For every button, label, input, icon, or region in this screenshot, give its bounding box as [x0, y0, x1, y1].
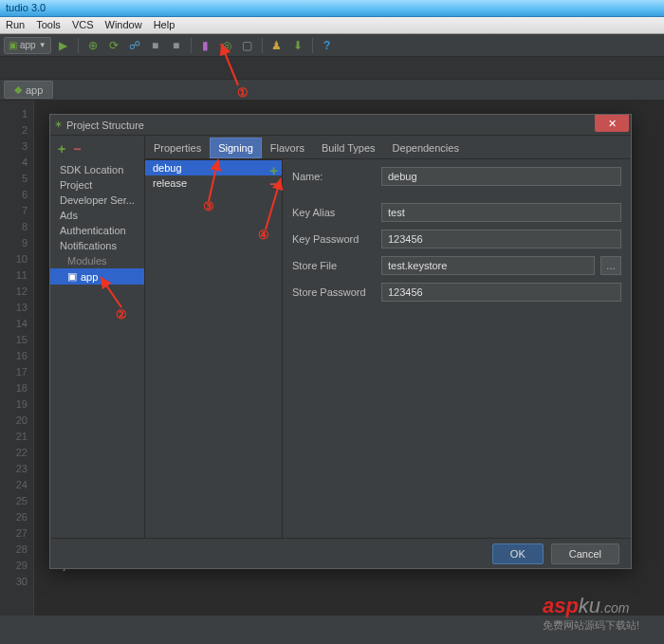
sidebar-module-app[interactable]: ▣ app: [50, 268, 144, 285]
sidebar-item-project[interactable]: Project: [50, 177, 144, 193]
key-password-label: Key Password: [292, 233, 376, 245]
store-file-browse-button[interactable]: …: [600, 256, 621, 275]
sidebar-add-remove: + −: [50, 141, 144, 162]
line-number: 23: [6, 461, 28, 477]
breadcrumb-bar: [0, 57, 664, 80]
file-tab-app[interactable]: ◆ app: [4, 81, 53, 99]
module-folder-icon: ▣: [67, 270, 77, 283]
menu-help[interactable]: Help: [154, 19, 175, 31]
toolbar-sep-4: [312, 38, 313, 53]
project-structure-dialog: ✶ Project Structure ✕ + − SDK Location P…: [49, 114, 632, 569]
sidebar-item-ads[interactable]: Ads: [50, 208, 144, 223]
line-number: 27: [6, 525, 28, 542]
debug-icon[interactable]: ⊕: [84, 37, 101, 54]
dialog-title-bar[interactable]: ✶ Project Structure ✕: [50, 115, 631, 136]
menu-run[interactable]: Run: [6, 19, 25, 31]
module-config-tabs: Properties Signing Flavors Build Types D…: [145, 136, 631, 158]
dialog-close-button[interactable]: ✕: [595, 115, 629, 132]
key-alias-label: Key Alias: [292, 207, 376, 218]
line-number: 20: [6, 413, 28, 429]
line-number: 12: [6, 284, 28, 300]
toolbar-sep: [78, 38, 79, 53]
sidebar-modules-header: Modules: [50, 253, 144, 268]
remove-module-icon[interactable]: −: [73, 141, 81, 156]
line-number: 6: [6, 187, 28, 203]
name-field[interactable]: [381, 167, 621, 186]
os-window-title: tudio 3.0: [6, 2, 46, 13]
chevron-down-icon: ▼: [39, 41, 46, 49]
line-number: 1: [6, 106, 28, 122]
line-number: 21: [6, 429, 28, 445]
name-label: Name:: [292, 171, 376, 182]
line-number-gutter: 1234567891011121314151617181920212223242…: [0, 101, 34, 616]
store-password-field[interactable]: [381, 283, 621, 302]
ok-button[interactable]: OK: [492, 543, 544, 564]
config-item-debug[interactable]: debug: [145, 160, 282, 175]
add-module-icon[interactable]: +: [58, 141, 65, 156]
sidebar-item-notifications[interactable]: Notifications: [50, 238, 144, 253]
store-password-label: Store Password: [292, 286, 376, 298]
tab-properties[interactable]: Properties: [145, 138, 210, 158]
avd-icon[interactable]: ▮: [197, 37, 214, 54]
help-icon[interactable]: ?: [319, 37, 336, 54]
store-file-label: Store File: [292, 260, 376, 271]
key-alias-field[interactable]: [381, 203, 621, 222]
attach-icon[interactable]: ☍: [126, 37, 143, 54]
config-list-body: + − debug release: [145, 159, 282, 538]
toolbar-sep-2: [191, 38, 192, 53]
tab-buildtypes[interactable]: Build Types: [313, 138, 384, 158]
ellipsis-icon: …: [606, 261, 616, 271]
os-title-bar: tudio 3.0: [0, 0, 664, 17]
run-config-combo[interactable]: ▣ app ▼: [4, 37, 51, 54]
dialog-icon: ✶: [54, 119, 63, 131]
line-number: 8: [6, 219, 28, 235]
line-number: 13: [6, 300, 28, 316]
line-number: 15: [6, 332, 28, 348]
watermark-tagline: 免费网站源码下载站!: [543, 618, 639, 633]
sidebar-item-sdk[interactable]: SDK Location: [50, 162, 144, 177]
signing-form: Name: Key Alias Key Password: [283, 159, 631, 538]
line-number: 9: [6, 235, 28, 251]
line-number: 10: [6, 251, 28, 267]
gradle-file-icon: ◆: [14, 83, 22, 96]
line-number: 17: [6, 364, 28, 380]
line-number: 7: [6, 203, 28, 219]
tab-dependencies[interactable]: Dependencies: [384, 138, 468, 158]
line-number: 19: [6, 396, 28, 413]
sidebar-item-auth[interactable]: Authentication: [50, 223, 144, 238]
line-number: 24: [6, 477, 28, 493]
close-icon: ✕: [608, 118, 617, 130]
line-number: 28: [6, 542, 28, 558]
store-file-field[interactable]: [381, 256, 595, 275]
line-number: 5: [6, 171, 28, 187]
sdk-icon[interactable]: ◎: [218, 37, 235, 54]
remove-config-icon[interactable]: −: [269, 177, 278, 191]
dialog-sidebar: + − SDK Location Project Developer Ser..…: [50, 136, 145, 538]
menu-tools[interactable]: Tools: [36, 19, 61, 31]
sidebar-module-label: app: [81, 271, 98, 283]
tab-signing[interactable]: Signing: [210, 138, 262, 158]
stop2-icon[interactable]: ■: [168, 37, 185, 54]
key-password-field[interactable]: [381, 230, 621, 248]
stop-icon[interactable]: ■: [147, 37, 164, 54]
line-number: 25: [6, 493, 28, 509]
profile-icon[interactable]: ⟳: [105, 37, 122, 54]
sidebar-item-devservices[interactable]: Developer Ser...: [50, 193, 144, 208]
line-number: 2: [6, 122, 28, 138]
cancel-button[interactable]: Cancel: [551, 543, 619, 564]
toolbar-sep-3: [262, 38, 263, 53]
dialog-footer: OK Cancel: [50, 538, 631, 568]
menu-bar: Run Tools VCS Window Help: [0, 17, 664, 34]
sync-icon[interactable]: ♟: [268, 37, 286, 54]
menu-vcs[interactable]: VCS: [72, 19, 94, 31]
line-number: 3: [6, 138, 28, 155]
tab-flavors[interactable]: Flavors: [262, 138, 313, 158]
menu-window[interactable]: Window: [105, 19, 142, 31]
ide-window: tudio 3.0 Run Tools VCS Window Help ▣ ap…: [0, 0, 664, 644]
project-structure-icon[interactable]: ▢: [239, 37, 256, 54]
config-item-release[interactable]: release: [145, 175, 282, 191]
line-number: 29: [6, 558, 28, 574]
run-icon[interactable]: ▶: [55, 37, 72, 54]
run-config-label: app: [20, 40, 36, 50]
gradle-icon[interactable]: ⬇: [289, 37, 306, 54]
